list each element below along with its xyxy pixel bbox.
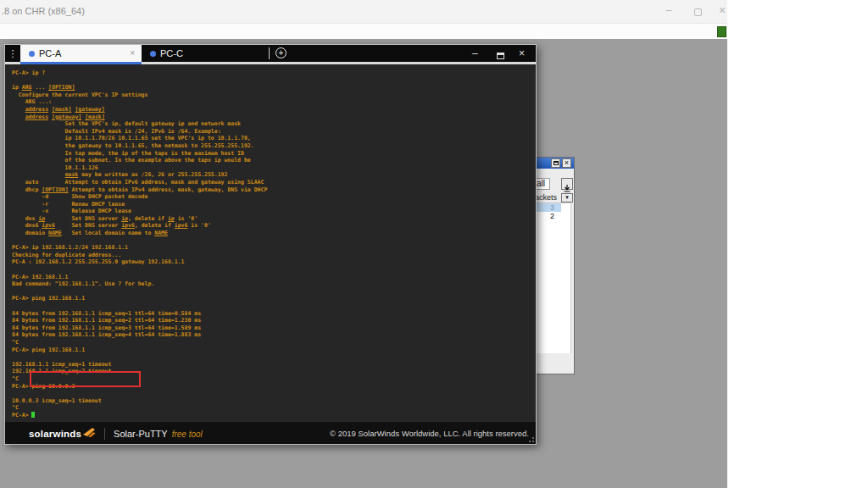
terminal-output[interactable]: PC-A> ip ?ip ARG ... [OPTION] Configure … xyxy=(5,64,536,421)
maximize-glyph xyxy=(554,161,559,165)
terminal-line: Default IPv4 mask is /24, IPv6 is /64. E… xyxy=(12,128,536,136)
terminal-line: Checking for duplicate address... xyxy=(12,252,536,259)
status-square-icon xyxy=(717,26,726,37)
host-window-title: .8 on CHR (x86_64) xyxy=(2,6,85,16)
maximize-glyph xyxy=(694,8,702,16)
product-tagline: free tool xyxy=(172,430,203,439)
product-name: Solar-PuTTY xyxy=(114,429,168,439)
maximize-icon[interactable] xyxy=(551,158,560,168)
host-titlebar: .8 on CHR (x86_64) – × xyxy=(0,0,727,24)
terminal-line: 10.0.0.3 icmp_seq=1 timeout xyxy=(12,397,536,405)
terminal-line: PC-A> 192.168.1.1 xyxy=(12,274,536,281)
terminal-line xyxy=(12,77,536,85)
terminal-line: ip ARG ... [OPTION] xyxy=(12,84,536,92)
resize-grip[interactable] xyxy=(527,435,534,442)
copyright-text: © 2019 SolarWinds Worldwide, LLC. All ri… xyxy=(330,429,529,438)
terminal-line xyxy=(12,288,536,296)
terminal-line: -d Show DHCP packet decode xyxy=(12,193,536,201)
tab-label: PC-C xyxy=(160,48,183,58)
close-icon[interactable]: × xyxy=(519,47,525,59)
session-status-dot-icon xyxy=(150,51,156,57)
footer-separator xyxy=(104,428,105,440)
terminal-line: Configure the current VPC's IP settings xyxy=(12,92,536,99)
host-toolbar xyxy=(0,24,727,39)
terminal-line: of the subnet. In the example above the … xyxy=(12,157,536,164)
terminal-line: PC-A> ping 192.168.1.1 xyxy=(12,347,536,354)
terminal-line: -r Renew DHCP lease xyxy=(12,201,536,208)
terminal-line xyxy=(12,237,536,245)
terminal-line: dhcp [OPTION] Attempt to obtain IPv4 add… xyxy=(12,186,536,194)
terminal-line: 10.1.1.126 xyxy=(12,164,536,172)
tab-separator xyxy=(269,47,270,59)
solar-putty-window: ⋮ PC-A × PC-C + – × PC-A> ip ?ip ARG ...… xyxy=(4,44,537,445)
brand-block: solarwinds Solar-PuTTY free tool xyxy=(29,427,203,441)
tab-label: PC-A xyxy=(39,48,61,58)
minimize-icon[interactable]: – xyxy=(662,3,676,16)
terminal-line: -x Release DHCP lease xyxy=(12,208,536,215)
tab-bar: ⋮ PC-A × PC-C + – × xyxy=(5,45,536,62)
terminal-line: ARG ...: xyxy=(12,98,536,106)
terminal-line: dns6 ipv6 Set DNS server ipv6, delete if… xyxy=(12,222,536,230)
terminal-line: address [mask] [gateway] xyxy=(12,106,536,114)
terminal-line: 192.168.1.1 icmp_seq=1 timeout xyxy=(12,361,536,369)
maximize-icon[interactable] xyxy=(497,50,504,62)
filter-dropdown-button[interactable] xyxy=(561,178,573,190)
minimize-icon[interactable]: – xyxy=(472,47,478,59)
solarwinds-arrow-icon xyxy=(83,427,96,437)
session-status-dot-icon xyxy=(29,51,35,57)
tab-pc-a[interactable]: PC-A × xyxy=(20,45,142,62)
close-icon[interactable]: × xyxy=(715,3,729,17)
terminal-line: mask may be written as /26, 26 or 255.25… xyxy=(12,171,536,179)
terminal-line: ^C xyxy=(12,339,536,347)
close-icon[interactable]: × xyxy=(562,158,571,168)
terminal-line: ^C xyxy=(12,404,536,412)
terminal-line: auto Attempt to obtain IPv6 address, mas… xyxy=(12,179,536,186)
terminal-line: Set the VPC's ip, default gateway ip and… xyxy=(12,120,536,128)
highlight-rectangle xyxy=(30,371,141,387)
terminal-line xyxy=(12,390,536,397)
terminal-line: Bad command: "192.168.1.1". Use ? for he… xyxy=(12,280,536,288)
maximize-icon[interactable] xyxy=(691,6,704,19)
terminal-line: PC-A> ping 192.168.1.1 xyxy=(12,295,536,302)
solarwinds-logo: solarwinds xyxy=(29,429,81,439)
maximize-glyph xyxy=(497,53,504,59)
terminal-line: In tap mode, the ip of the tapx is the m… xyxy=(12,150,536,158)
arrow-down-to-line-icon xyxy=(564,185,570,192)
terminal-line: ip 10.1.1.70/26 10.1.1.65 set the VPC's … xyxy=(12,135,536,142)
putty-footer: solarwinds Solar-PuTTY free tool © 2019 … xyxy=(5,421,536,444)
column-filter-arrow-icon[interactable]: ▼ xyxy=(561,193,573,202)
terminal-line: domain NAME Set local domain name to NAM… xyxy=(12,230,536,237)
terminal-line: PC-A> ip 192.168.1.2/24 192.168.1.1 xyxy=(12,244,536,252)
terminal-line xyxy=(12,302,536,310)
tab-pc-c[interactable]: PC-C xyxy=(142,45,265,62)
terminal-line: the gateway to 10.1.1.65, the netmask to… xyxy=(12,142,536,150)
terminal-line: 84 bytes from 192.168.1.1 icmp_seq=1 ttl… xyxy=(12,310,536,318)
terminal-line: PC-A> xyxy=(12,412,536,419)
terminal-line xyxy=(12,353,536,361)
terminal-line: 84 bytes from 192.168.1.1 icmp_seq=3 ttl… xyxy=(12,324,536,332)
terminal-line: PC-A : 192.168.1.2 255.255.255.0 gateway… xyxy=(12,258,536,266)
menu-kebab-icon[interactable]: ⋮ xyxy=(5,45,20,62)
terminal-line: PC-A> ip ? xyxy=(12,69,536,77)
tab-close-icon[interactable]: × xyxy=(130,48,135,58)
terminal-cursor xyxy=(31,412,35,418)
new-tab-plus-icon[interactable]: + xyxy=(275,47,287,58)
terminal-line xyxy=(12,266,536,274)
terminal-line: dns ip Set DNS server ip, delete if ip i… xyxy=(12,215,536,223)
terminal-line: address [gateway] [mask] xyxy=(12,114,536,121)
terminal-line: 84 bytes from 192.168.1.1 icmp_seq=4 ttl… xyxy=(12,331,536,339)
terminal-line: 84 bytes from 192.168.1.1 icmp_seq=2 ttl… xyxy=(12,317,536,324)
